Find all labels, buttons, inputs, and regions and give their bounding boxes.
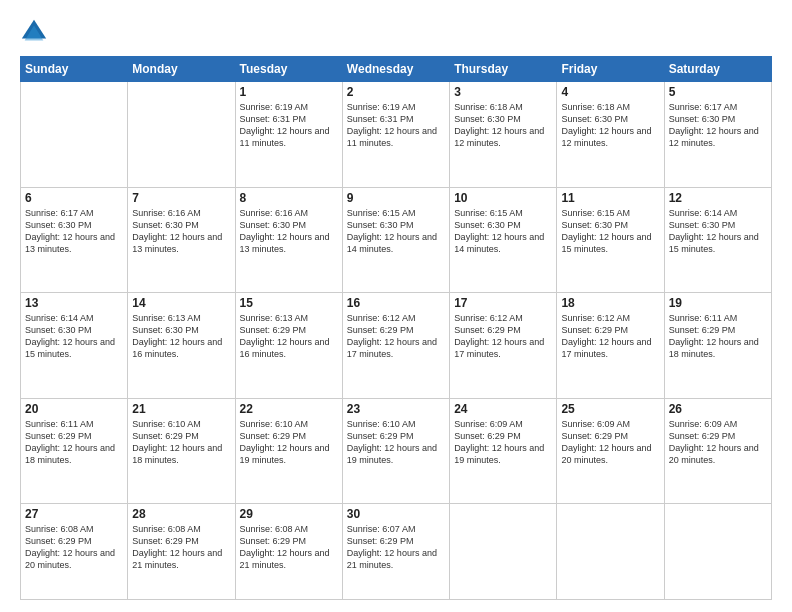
calendar-cell: 18Sunrise: 6:12 AM Sunset: 6:29 PM Dayli… bbox=[557, 293, 664, 399]
calendar-body: 1Sunrise: 6:19 AM Sunset: 6:31 PM Daylig… bbox=[21, 82, 772, 600]
day-info: Sunrise: 6:16 AM Sunset: 6:30 PM Dayligh… bbox=[132, 208, 222, 254]
calendar-week-row: 13Sunrise: 6:14 AM Sunset: 6:30 PM Dayli… bbox=[21, 293, 772, 399]
day-number: 23 bbox=[347, 402, 445, 416]
day-number: 28 bbox=[132, 507, 230, 521]
calendar-cell: 13Sunrise: 6:14 AM Sunset: 6:30 PM Dayli… bbox=[21, 293, 128, 399]
calendar-cell: 9Sunrise: 6:15 AM Sunset: 6:30 PM Daylig… bbox=[342, 187, 449, 293]
day-number: 26 bbox=[669, 402, 767, 416]
day-info: Sunrise: 6:10 AM Sunset: 6:29 PM Dayligh… bbox=[347, 419, 437, 465]
day-number: 30 bbox=[347, 507, 445, 521]
calendar-cell: 29Sunrise: 6:08 AM Sunset: 6:29 PM Dayli… bbox=[235, 504, 342, 600]
calendar-cell: 1Sunrise: 6:19 AM Sunset: 6:31 PM Daylig… bbox=[235, 82, 342, 188]
weekday-header: Monday bbox=[128, 57, 235, 82]
calendar-cell: 6Sunrise: 6:17 AM Sunset: 6:30 PM Daylig… bbox=[21, 187, 128, 293]
day-info: Sunrise: 6:18 AM Sunset: 6:30 PM Dayligh… bbox=[454, 102, 544, 148]
day-info: Sunrise: 6:13 AM Sunset: 6:30 PM Dayligh… bbox=[132, 313, 222, 359]
day-number: 13 bbox=[25, 296, 123, 310]
calendar-cell bbox=[557, 504, 664, 600]
logo bbox=[20, 18, 54, 46]
day-info: Sunrise: 6:17 AM Sunset: 6:30 PM Dayligh… bbox=[669, 102, 759, 148]
day-info: Sunrise: 6:19 AM Sunset: 6:31 PM Dayligh… bbox=[347, 102, 437, 148]
day-number: 24 bbox=[454, 402, 552, 416]
calendar-cell: 8Sunrise: 6:16 AM Sunset: 6:30 PM Daylig… bbox=[235, 187, 342, 293]
day-info: Sunrise: 6:18 AM Sunset: 6:30 PM Dayligh… bbox=[561, 102, 651, 148]
day-info: Sunrise: 6:09 AM Sunset: 6:29 PM Dayligh… bbox=[454, 419, 544, 465]
calendar-cell: 23Sunrise: 6:10 AM Sunset: 6:29 PM Dayli… bbox=[342, 398, 449, 504]
calendar-cell: 16Sunrise: 6:12 AM Sunset: 6:29 PM Dayli… bbox=[342, 293, 449, 399]
day-number: 18 bbox=[561, 296, 659, 310]
day-info: Sunrise: 6:15 AM Sunset: 6:30 PM Dayligh… bbox=[454, 208, 544, 254]
day-number: 20 bbox=[25, 402, 123, 416]
weekday-header: Saturday bbox=[664, 57, 771, 82]
day-number: 19 bbox=[669, 296, 767, 310]
day-info: Sunrise: 6:12 AM Sunset: 6:29 PM Dayligh… bbox=[347, 313, 437, 359]
day-info: Sunrise: 6:10 AM Sunset: 6:29 PM Dayligh… bbox=[132, 419, 222, 465]
calendar-cell: 3Sunrise: 6:18 AM Sunset: 6:30 PM Daylig… bbox=[450, 82, 557, 188]
calendar-cell: 11Sunrise: 6:15 AM Sunset: 6:30 PM Dayli… bbox=[557, 187, 664, 293]
calendar-cell: 14Sunrise: 6:13 AM Sunset: 6:30 PM Dayli… bbox=[128, 293, 235, 399]
day-number: 3 bbox=[454, 85, 552, 99]
calendar-cell: 21Sunrise: 6:10 AM Sunset: 6:29 PM Dayli… bbox=[128, 398, 235, 504]
day-number: 17 bbox=[454, 296, 552, 310]
calendar-week-row: 1Sunrise: 6:19 AM Sunset: 6:31 PM Daylig… bbox=[21, 82, 772, 188]
day-number: 25 bbox=[561, 402, 659, 416]
calendar-cell: 27Sunrise: 6:08 AM Sunset: 6:29 PM Dayli… bbox=[21, 504, 128, 600]
day-info: Sunrise: 6:11 AM Sunset: 6:29 PM Dayligh… bbox=[669, 313, 759, 359]
weekday-row: SundayMondayTuesdayWednesdayThursdayFrid… bbox=[21, 57, 772, 82]
calendar-cell: 4Sunrise: 6:18 AM Sunset: 6:30 PM Daylig… bbox=[557, 82, 664, 188]
day-info: Sunrise: 6:13 AM Sunset: 6:29 PM Dayligh… bbox=[240, 313, 330, 359]
day-number: 6 bbox=[25, 191, 123, 205]
calendar-week-row: 20Sunrise: 6:11 AM Sunset: 6:29 PM Dayli… bbox=[21, 398, 772, 504]
calendar-cell: 5Sunrise: 6:17 AM Sunset: 6:30 PM Daylig… bbox=[664, 82, 771, 188]
day-info: Sunrise: 6:11 AM Sunset: 6:29 PM Dayligh… bbox=[25, 419, 115, 465]
day-number: 11 bbox=[561, 191, 659, 205]
calendar-cell: 2Sunrise: 6:19 AM Sunset: 6:31 PM Daylig… bbox=[342, 82, 449, 188]
calendar-cell: 22Sunrise: 6:10 AM Sunset: 6:29 PM Dayli… bbox=[235, 398, 342, 504]
calendar-cell: 30Sunrise: 6:07 AM Sunset: 6:29 PM Dayli… bbox=[342, 504, 449, 600]
calendar-cell bbox=[21, 82, 128, 188]
day-info: Sunrise: 6:16 AM Sunset: 6:30 PM Dayligh… bbox=[240, 208, 330, 254]
calendar-cell: 25Sunrise: 6:09 AM Sunset: 6:29 PM Dayli… bbox=[557, 398, 664, 504]
day-info: Sunrise: 6:14 AM Sunset: 6:30 PM Dayligh… bbox=[25, 313, 115, 359]
day-number: 14 bbox=[132, 296, 230, 310]
day-info: Sunrise: 6:15 AM Sunset: 6:30 PM Dayligh… bbox=[347, 208, 437, 254]
day-number: 21 bbox=[132, 402, 230, 416]
calendar-cell: 17Sunrise: 6:12 AM Sunset: 6:29 PM Dayli… bbox=[450, 293, 557, 399]
calendar-cell: 24Sunrise: 6:09 AM Sunset: 6:29 PM Dayli… bbox=[450, 398, 557, 504]
day-info: Sunrise: 6:17 AM Sunset: 6:30 PM Dayligh… bbox=[25, 208, 115, 254]
day-number: 12 bbox=[669, 191, 767, 205]
calendar-cell: 15Sunrise: 6:13 AM Sunset: 6:29 PM Dayli… bbox=[235, 293, 342, 399]
day-info: Sunrise: 6:15 AM Sunset: 6:30 PM Dayligh… bbox=[561, 208, 651, 254]
calendar-cell: 28Sunrise: 6:08 AM Sunset: 6:29 PM Dayli… bbox=[128, 504, 235, 600]
day-info: Sunrise: 6:09 AM Sunset: 6:29 PM Dayligh… bbox=[669, 419, 759, 465]
calendar-cell bbox=[128, 82, 235, 188]
day-number: 29 bbox=[240, 507, 338, 521]
calendar-cell: 26Sunrise: 6:09 AM Sunset: 6:29 PM Dayli… bbox=[664, 398, 771, 504]
calendar-cell: 10Sunrise: 6:15 AM Sunset: 6:30 PM Dayli… bbox=[450, 187, 557, 293]
day-info: Sunrise: 6:12 AM Sunset: 6:29 PM Dayligh… bbox=[454, 313, 544, 359]
weekday-header: Tuesday bbox=[235, 57, 342, 82]
day-info: Sunrise: 6:09 AM Sunset: 6:29 PM Dayligh… bbox=[561, 419, 651, 465]
logo-icon bbox=[20, 18, 48, 46]
day-number: 1 bbox=[240, 85, 338, 99]
calendar-table: SundayMondayTuesdayWednesdayThursdayFrid… bbox=[20, 56, 772, 600]
calendar-cell bbox=[664, 504, 771, 600]
day-number: 15 bbox=[240, 296, 338, 310]
header bbox=[20, 18, 772, 46]
calendar-week-row: 27Sunrise: 6:08 AM Sunset: 6:29 PM Dayli… bbox=[21, 504, 772, 600]
day-info: Sunrise: 6:07 AM Sunset: 6:29 PM Dayligh… bbox=[347, 524, 437, 570]
day-number: 22 bbox=[240, 402, 338, 416]
calendar-cell: 20Sunrise: 6:11 AM Sunset: 6:29 PM Dayli… bbox=[21, 398, 128, 504]
day-info: Sunrise: 6:08 AM Sunset: 6:29 PM Dayligh… bbox=[25, 524, 115, 570]
calendar-header: SundayMondayTuesdayWednesdayThursdayFrid… bbox=[21, 57, 772, 82]
weekday-header: Friday bbox=[557, 57, 664, 82]
calendar-cell: 19Sunrise: 6:11 AM Sunset: 6:29 PM Dayli… bbox=[664, 293, 771, 399]
calendar-cell bbox=[450, 504, 557, 600]
day-number: 16 bbox=[347, 296, 445, 310]
day-number: 27 bbox=[25, 507, 123, 521]
day-info: Sunrise: 6:14 AM Sunset: 6:30 PM Dayligh… bbox=[669, 208, 759, 254]
calendar-week-row: 6Sunrise: 6:17 AM Sunset: 6:30 PM Daylig… bbox=[21, 187, 772, 293]
weekday-header: Thursday bbox=[450, 57, 557, 82]
day-number: 7 bbox=[132, 191, 230, 205]
day-info: Sunrise: 6:08 AM Sunset: 6:29 PM Dayligh… bbox=[240, 524, 330, 570]
